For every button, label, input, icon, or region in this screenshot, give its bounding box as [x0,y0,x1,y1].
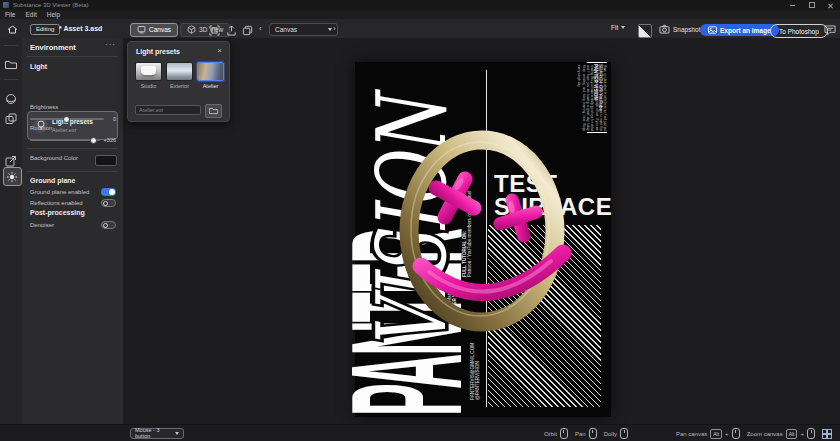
plus-sign: + [800,431,804,437]
fit-select[interactable]: Fit [611,24,625,31]
preset-exterior-thumbnail [166,62,193,81]
panel-menu-icon[interactable]: ··· [105,40,116,49]
preset-atelier[interactable]: Atelier [197,62,224,89]
editing-mode-button[interactable]: Editing [30,24,60,35]
ground-plane-toggle[interactable] [101,188,116,196]
send-to-icon[interactable] [5,155,17,167]
menu-help[interactable]: Help [42,11,65,18]
rotation-label: Rotation [30,125,52,131]
snapshot-button[interactable]: Snapshot [659,24,700,34]
rotation-slider-thumb[interactable] [90,137,97,144]
brightness-slider-thumb[interactable] [63,116,70,123]
brightness-slider-row: 0 [30,116,116,122]
maximize-icon [809,2,815,8]
gold-ring-smiley-graphic [355,62,611,417]
reflections-row: Reflections enabled [30,199,116,207]
artboard-select[interactable]: Canvas [269,23,338,36]
rotation-slider-row: +326 [30,137,116,143]
background-color-label: Background Color [30,155,78,161]
ground-plane-enabled-label: Ground plane enabled [30,189,89,195]
menu-edit[interactable]: Edit [20,11,41,18]
viewport-canvas[interactable]: PANTER VISION SEARCH ON YouTube: PANTER … [123,38,840,424]
tab-3d-view[interactable]: 3D View [180,23,230,37]
divider [27,171,118,172]
pan-label: Pan [575,431,586,437]
browse-file-button[interactable] [205,104,222,118]
canvas-icon [137,25,146,34]
environment-file-input[interactable] [135,105,201,115]
mouse-left-icon [732,428,740,439]
light-section-heading: Light [30,63,47,70]
brightness-value: 0 [104,116,116,122]
toggle-knob [109,189,115,195]
popup-close-icon[interactable]: × [217,46,222,55]
next-artboard-icon[interactable]: › [333,23,336,35]
preset-atelier-thumbnail [197,62,224,81]
feedback-bubble-icon[interactable] [824,25,836,36]
brightness-slider[interactable] [30,118,104,120]
preset-studio-label: Studio [141,83,157,89]
mouse-mode-select[interactable]: Mouse - 3 button [130,428,184,439]
dolly-label: Dolly [604,431,617,437]
mouse-left-icon [560,428,568,439]
zoom-canvas-label: Zoom canvas [747,431,783,437]
poster-artwork[interactable]: PANTER VISION SEARCH ON YouTube: PANTER … [355,62,611,417]
layers-icon[interactable] [242,25,253,36]
app-logo-icon [3,2,9,8]
environment-panel: Environment ··· Light Light presets Atel… [22,38,123,424]
menu-file[interactable]: File [0,11,20,18]
brightness-label: Brightness [30,104,58,110]
close-button[interactable] [821,0,840,10]
minimize-icon [790,5,795,6]
preset-exterior-label: Exterior [170,83,189,89]
preset-exterior[interactable]: Exterior [166,62,193,89]
denoiser-row: Denoiser [30,221,116,229]
fit-select-value: Fit [611,24,618,31]
rotation-slider[interactable] [30,139,100,141]
background-matte-toggle-icon[interactable] [638,24,652,38]
light-presets-card-file: Atelier.exr [52,127,93,133]
grid-toggle-icon[interactable] [822,429,832,439]
mouse-mode-value: Mouse - 3 button [135,427,175,439]
camera-icon [659,24,670,34]
material-ball-icon[interactable] [5,93,17,105]
maximize-button[interactable] [802,0,821,10]
export-image-label: Export an image [720,27,771,34]
preset-studio[interactable]: Studio [135,62,162,89]
reflections-toggle[interactable] [101,199,116,207]
divider [4,79,18,80]
orbit-label: Orbit [544,431,557,437]
image-icon [708,26,717,34]
cube-icon [187,25,196,34]
toggle-knob [103,223,108,228]
home-icon[interactable] [7,25,18,34]
chevron-down-icon [175,432,179,435]
swatches-icon[interactable] [5,113,17,125]
chevron-down-icon [621,26,625,29]
snapshot-label: Snapshot [673,26,700,33]
titlebar: Substance 3D Viewer (Beta) [0,0,840,10]
artboard-select-value: Canvas [275,26,297,33]
panel-title: Environment [30,43,76,52]
light-presets-popup: Light presets × Studio Exterior Atelier [127,41,230,122]
chevron-down-icon [328,28,332,31]
asset-title: * Asset 3.asd [59,25,102,32]
environment-light-button[interactable] [3,167,22,186]
minimize-button[interactable] [783,0,802,10]
background-color-swatch[interactable] [95,155,117,166]
marquee-icon[interactable] [209,25,220,36]
share-icon[interactable] [226,25,237,36]
to-photoshop-button[interactable]: To Photoshop [770,24,828,38]
divider [27,148,118,149]
ground-plane-heading: Ground plane [30,177,76,184]
denoiser-toggle[interactable] [101,221,116,229]
rotation-value: +326 [100,137,116,143]
plus-sign: + [725,431,729,437]
mouse-right-icon [620,428,628,439]
tab-canvas[interactable]: Canvas [130,23,178,37]
folder-icon[interactable] [5,59,17,71]
prev-artboard-icon[interactable]: ‹ [259,23,262,35]
statusbar: « Mouse - 3 button Orbit Pan Dolly Pan c… [0,424,840,441]
reflections-enabled-label: Reflections enabled [30,200,83,206]
export-image-button[interactable]: Export an image [700,24,779,36]
